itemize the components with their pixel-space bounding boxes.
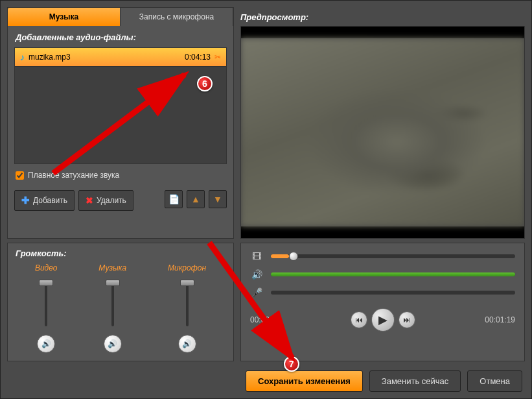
annotation-badge-6: 6 [197, 76, 213, 91]
speaker-track-icon: 🔊 [250, 269, 263, 280]
prev-icon: ⏮ [355, 315, 363, 324]
mic-icon: 🎤 [250, 287, 263, 298]
audio-track[interactable] [271, 272, 515, 276]
cancel-button[interactable]: Отмена [467, 370, 522, 392]
fade-checkbox[interactable] [16, 171, 24, 180]
arrow-up-icon: ▲ [191, 194, 200, 204]
vol-mic-mute[interactable]: 🔊 [178, 335, 196, 353]
delete-button[interactable]: ✖ Удалить [78, 190, 133, 211]
vol-music-label: Музыка [98, 263, 126, 272]
speaker-icon: 🔊 [182, 339, 192, 348]
delete-label: Удалить [97, 196, 126, 205]
mic-track[interactable] [271, 291, 515, 295]
save-button[interactable]: Сохранить изменения [246, 370, 363, 392]
volume-title: Громкость: [8, 243, 233, 263]
vol-music-slider[interactable] [103, 278, 122, 330]
speaker-icon: 🔊 [108, 339, 117, 348]
vol-video-slider[interactable] [36, 278, 56, 330]
file-name: muzika.mp3 [29, 53, 181, 62]
next-button[interactable]: ⏭ [399, 311, 415, 328]
next-icon: ⏭ [403, 315, 411, 324]
file-list: ♪ muzika.mp3 0:04:13 ✂ [14, 47, 227, 164]
plus-icon: ✚ [21, 195, 30, 206]
add-label: Добавить [33, 196, 67, 205]
move-up-button[interactable]: ▲ [187, 190, 205, 208]
time-total: 00:01:19 [470, 315, 515, 324]
vol-mic-slider[interactable] [178, 278, 197, 330]
preview-title: Предпросмотр: [240, 7, 525, 26]
film-icon: 🎞 [250, 251, 263, 261]
prev-button[interactable]: ⏮ [351, 311, 367, 328]
play-button[interactable]: ▶ [371, 308, 395, 332]
file-duration: 0:04:13 [185, 53, 211, 62]
vol-music-mute[interactable]: 🔊 [104, 335, 122, 353]
tab-music[interactable]: Музыка [8, 8, 121, 26]
video-track[interactable] [271, 254, 515, 258]
arrow-down-icon: ▼ [213, 194, 222, 204]
annotation-badge-7: 7 [284, 356, 299, 372]
audio-file-row[interactable]: ♪ muzika.mp3 0:04:13 ✂ [15, 48, 226, 67]
music-note-icon: ♪ [20, 52, 25, 62]
move-down-button[interactable]: ▼ [209, 190, 227, 208]
tab-mic[interactable]: Запись с микрофона [121, 8, 233, 26]
play-icon: ▶ [378, 313, 387, 327]
scissors-icon[interactable]: ✂ [214, 53, 221, 62]
files-title: Добавленные аудио-файлы: [8, 26, 233, 47]
page-icon: 📄 [168, 194, 179, 204]
vol-mic-label: Микрофон [168, 263, 206, 272]
x-icon: ✖ [86, 195, 93, 206]
fade-label: Плавное затухание звука [28, 171, 119, 180]
preview-video [240, 26, 525, 239]
page-icon-button[interactable]: 📄 [165, 190, 183, 208]
vol-video-label: Видео [35, 263, 58, 272]
fade-checkbox-row[interactable]: Плавное затухание звука [8, 164, 233, 186]
time-current: 00:00:05 [250, 315, 295, 324]
replace-button[interactable]: Заменить сейчас [369, 370, 461, 392]
vol-video-mute[interactable]: 🔊 [37, 335, 55, 353]
speaker-icon: 🔊 [41, 339, 51, 348]
add-button[interactable]: ✚ Добавить [14, 190, 75, 211]
